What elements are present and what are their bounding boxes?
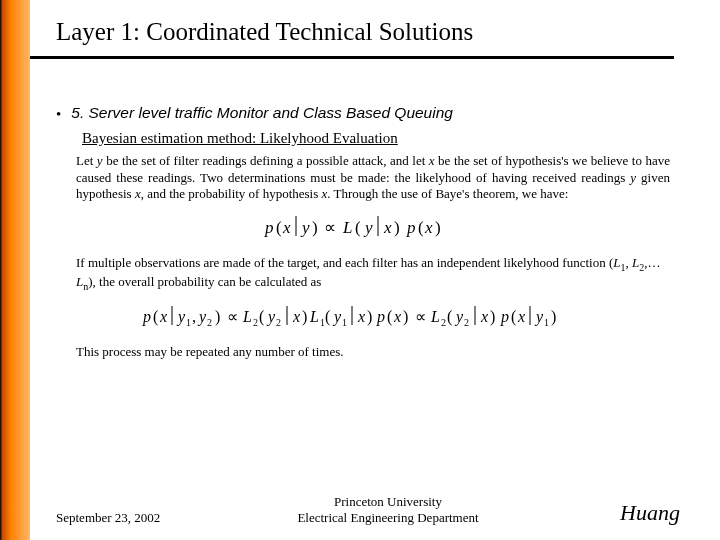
e2: ) (215, 308, 220, 326)
e2: ( (259, 308, 264, 326)
paragraph-2: If multiple observations are made of the… (76, 255, 670, 294)
e2: 1 (186, 317, 191, 328)
e2: p (500, 308, 509, 326)
bullet-text: 5. Server level traffic Monitor and Clas… (71, 104, 453, 122)
footer-inst-line2: Electrical Engineering Department (216, 510, 560, 526)
e2: 2 (253, 317, 258, 328)
eq1-L: L (342, 218, 352, 237)
footer-institution: Princeton University Electrical Engineer… (216, 494, 560, 526)
p2-L1: L (613, 255, 620, 270)
footer-inst-line1: Princeton University (216, 494, 560, 510)
e2: y (197, 308, 207, 326)
footer: September 23, 2002 Princeton University … (56, 494, 680, 526)
e2: ∝ (415, 308, 426, 325)
e2: 2 (207, 317, 212, 328)
e2: ( (511, 308, 516, 326)
eq1-open: ( (276, 218, 282, 237)
p2-c2: ,… (644, 255, 660, 270)
p1-b: be the set of filter readings defining a… (103, 153, 429, 168)
e2: p (376, 308, 385, 326)
e2: 1 (544, 317, 549, 328)
equation-2: p ( x y 1 , y 2 ) ∝ L 2 ( y 2 (76, 302, 674, 332)
e2: ( (447, 308, 452, 326)
e2: x (292, 308, 300, 325)
e2: ( (153, 308, 158, 326)
eq1-open2: ( (355, 218, 361, 237)
e2: L (242, 308, 252, 325)
slide: Layer 1: Coordinated Technical Solutions… (0, 0, 720, 540)
accent-bar (0, 0, 30, 540)
eq1-p2: p (406, 218, 416, 237)
e2: y (332, 308, 342, 326)
e2: ) (403, 308, 408, 326)
eq1-close2: ) (394, 218, 400, 237)
eq1-x3: x (424, 218, 433, 237)
e2: ) (490, 308, 495, 326)
e2: y (534, 308, 544, 326)
e2: ( (387, 308, 392, 326)
e2: , (192, 308, 196, 325)
footer-date: September 23, 2002 (56, 510, 216, 526)
subheading: Bayesian estimation method: Likelyhood E… (82, 130, 674, 147)
bullet-marker: • (56, 104, 61, 124)
e2: 2 (464, 317, 469, 328)
e2: ( (325, 308, 330, 326)
content: • 5. Server level traffic Monitor and Cl… (56, 104, 674, 368)
footer-author: Huang (560, 500, 680, 526)
eq1-open3: ( (418, 218, 424, 237)
bullet-item: • 5. Server level traffic Monitor and Cl… (56, 104, 674, 124)
p1-e: , and the probability of hypothesis (141, 186, 322, 201)
eq1-y: y (300, 218, 310, 237)
e2: x (357, 308, 365, 325)
e2: x (393, 308, 401, 325)
eq1-x2: x (383, 218, 392, 237)
p2-b: ), the overall probability can be calcul… (88, 274, 321, 289)
e2: L (430, 308, 440, 325)
title-underline (30, 56, 674, 59)
e2: y (266, 308, 276, 326)
e2: x (517, 308, 525, 325)
paragraph-1: Let y be the set of filter readings defi… (76, 153, 670, 203)
eq1-y2: y (363, 218, 373, 237)
e2: ) (302, 308, 307, 326)
eq1-x: x (282, 218, 291, 237)
e2: p (142, 308, 151, 326)
e2: 2 (276, 317, 281, 328)
e2: ∝ (227, 308, 238, 325)
p2-a: If multiple observations are made of the… (76, 255, 613, 270)
e2: y (454, 308, 464, 326)
e2: L (309, 308, 319, 325)
e2: ) (367, 308, 372, 326)
e2: 2 (441, 317, 446, 328)
e2: ) (551, 308, 556, 326)
p1-a: Let (76, 153, 97, 168)
e2: x (480, 308, 488, 325)
e2: y (176, 308, 186, 326)
page-title: Layer 1: Coordinated Technical Solutions (56, 18, 473, 46)
eq1-close: ) (312, 218, 318, 237)
eq1-close3: ) (435, 218, 441, 237)
p1-f: . Through the use of Baye's theorem, we … (327, 186, 568, 201)
paragraph-3: This process may be repeated any number … (76, 344, 670, 361)
eq1-p: p (264, 218, 274, 237)
e2: x (159, 308, 167, 325)
equation-1: p ( x y ) ∝ L ( y x ) p ( x ) (76, 213, 674, 243)
e2: 1 (342, 317, 347, 328)
eq1-prop: ∝ (324, 218, 336, 237)
